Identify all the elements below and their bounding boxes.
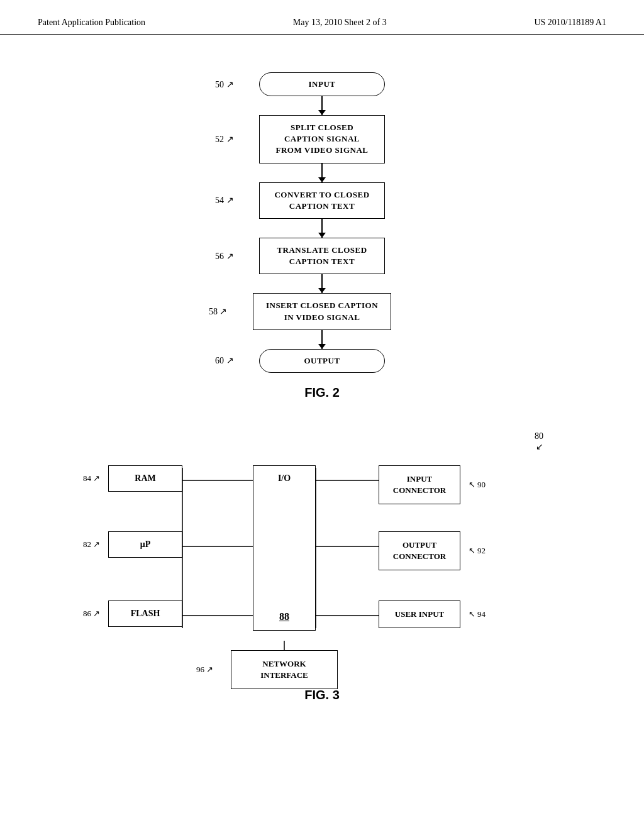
up-block-wrapper: 82 ↗ μP bbox=[108, 531, 182, 558]
network-interface-block: NETWORKINTERFACE bbox=[231, 650, 338, 689]
arrow-4 bbox=[321, 274, 323, 293]
flowchart-node-split: SPLIT CLOSEDCAPTION SIGNALFROM VIDEO SIG… bbox=[259, 115, 385, 163]
arrow-3 bbox=[321, 219, 323, 238]
flowchart-row-60: 60 ↗ OUTPUT bbox=[259, 349, 385, 373]
header-left: Patent Application Publication bbox=[38, 18, 145, 28]
ref-80-area: 80↙ bbox=[38, 431, 606, 452]
ref-label-60: 60 ↗ bbox=[215, 355, 234, 366]
ram-block-wrapper: 84 ↗ RAM bbox=[108, 465, 182, 492]
output-connector-block: OUTPUTCONNECTOR bbox=[379, 531, 460, 570]
ref-label-54: 54 ↗ bbox=[215, 195, 234, 206]
fig3-container: 80↙ bbox=[38, 431, 606, 702]
header-right: US 2010/118189 A1 bbox=[534, 18, 606, 28]
flowchart-node-output: OUTPUT bbox=[259, 349, 385, 373]
flash-block-wrapper: 86 ↗ FLASH bbox=[108, 600, 182, 627]
flowchart-node-input: INPUT bbox=[259, 72, 385, 96]
flowchart-row-54: 54 ↗ CONVERT TO CLOSEDCAPTION TEXT bbox=[259, 182, 385, 219]
user-input-wrapper: USER INPUT ↖ 94 bbox=[379, 600, 460, 628]
ref-label-58: 58 ↗ bbox=[209, 306, 228, 317]
output-connector-wrapper: OUTPUTCONNECTOR ↖ 92 bbox=[379, 531, 460, 570]
fig2-caption: FIG. 2 bbox=[304, 385, 340, 400]
ref-label-96: 96 ↗ bbox=[196, 665, 213, 675]
ram-block: RAM bbox=[108, 465, 182, 492]
ref-label-52: 52 ↗ bbox=[215, 134, 234, 145]
fig3-caption: FIG. 3 bbox=[38, 688, 606, 702]
ref-label-84: 84 ↗ bbox=[83, 473, 100, 484]
input-connector-wrapper: INPUTCONNECTOR ↖ 90 bbox=[379, 465, 460, 504]
ref-label-94: ↖ 94 bbox=[469, 609, 486, 619]
ref-label-90: ↖ 90 bbox=[469, 480, 486, 490]
flowchart-row-56: 56 ↗ TRANSLATE CLOSEDCAPTION TEXT bbox=[259, 238, 385, 274]
flowchart-node-insert: INSERT CLOSED CAPTIONIN VIDEO SIGNAL bbox=[253, 293, 391, 329]
ref-label-82: 82 ↗ bbox=[83, 540, 100, 550]
input-connector-block: INPUTCONNECTOR bbox=[379, 465, 460, 504]
flowchart-node-convert: CONVERT TO CLOSEDCAPTION TEXT bbox=[259, 182, 385, 219]
arrow-5 bbox=[321, 330, 323, 349]
arrow-2 bbox=[321, 163, 323, 182]
fig2-container: 50 ↗ INPUT 52 ↗ SPLIT CLOSEDCAPTION SIGN… bbox=[38, 72, 606, 400]
user-input-block: USER INPUT bbox=[379, 600, 460, 628]
io-label: I/O bbox=[278, 473, 291, 484]
flowchart-row-50: 50 ↗ INPUT bbox=[259, 72, 385, 96]
ref-label-50: 50 ↗ bbox=[215, 79, 234, 90]
ref-80: 80↙ bbox=[535, 431, 543, 451]
up-block: μP bbox=[108, 531, 182, 558]
flash-block: FLASH bbox=[108, 600, 182, 627]
fig3-diagram: 84 ↗ RAM 82 ↗ μP 86 ↗ FLASH I/O 88 INPUT… bbox=[108, 455, 536, 663]
ref-label-86: 86 ↗ bbox=[83, 609, 100, 619]
io-block: I/O 88 bbox=[253, 465, 316, 631]
flowchart-node-translate: TRANSLATE CLOSEDCAPTION TEXT bbox=[259, 238, 385, 274]
ref-label-92: ↖ 92 bbox=[469, 546, 486, 556]
header-center: May 13, 2010 Sheet 2 of 3 bbox=[293, 18, 387, 28]
page-header: Patent Application Publication May 13, 2… bbox=[0, 0, 644, 35]
io-number: 88 bbox=[279, 611, 289, 622]
flowchart-row-58: 58 ↗ INSERT CLOSED CAPTIONIN VIDEO SIGNA… bbox=[253, 293, 391, 329]
arrow-1 bbox=[321, 96, 323, 115]
main-content: 50 ↗ INPUT 52 ↗ SPLIT CLOSEDCAPTION SIGN… bbox=[0, 35, 644, 721]
flowchart-row-52: 52 ↗ SPLIT CLOSEDCAPTION SIGNALFROM VIDE… bbox=[259, 115, 385, 163]
fig2-flowchart: 50 ↗ INPUT 52 ↗ SPLIT CLOSEDCAPTION SIGN… bbox=[253, 72, 391, 373]
ref-label-56: 56 ↗ bbox=[215, 251, 234, 262]
network-interface-wrapper: 96 ↗ NETWORKINTERFACE bbox=[231, 650, 338, 689]
